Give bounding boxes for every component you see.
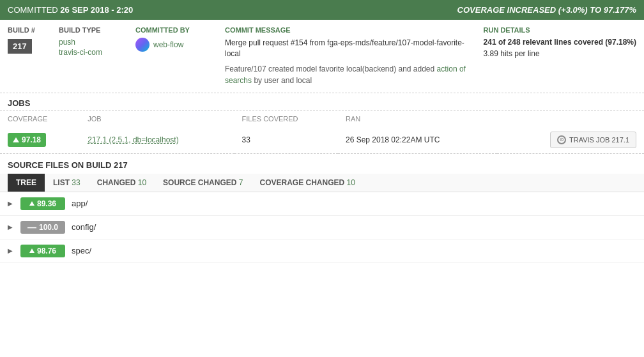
commit-message-col: COMMIT MESSAGE Merge pull request #154 f… bbox=[225, 26, 484, 86]
file-badge-app: 89.36 bbox=[20, 197, 65, 210]
job-coverage-cell: 97.18 bbox=[0, 126, 80, 154]
committer-name[interactable]: web-flow bbox=[153, 40, 183, 49]
expand-arrow-icon-config[interactable]: ▶ bbox=[8, 224, 14, 231]
committed-by-header: COMMITTED BY bbox=[135, 26, 225, 34]
coverage-badge: 97.18 bbox=[8, 133, 46, 147]
build-number: 217 bbox=[8, 39, 32, 54]
file-name-config[interactable]: config/ bbox=[72, 222, 96, 232]
committer-info: web-flow bbox=[135, 38, 225, 52]
circle-icon: ⊙ bbox=[557, 135, 566, 144]
travis-link[interactable]: travis-ci-com bbox=[59, 48, 135, 57]
tab-source-changed[interactable]: SOURCE CHANGED 7 bbox=[155, 174, 251, 192]
badge-arrow-up-icon bbox=[29, 201, 34, 206]
source-files-title: SOURCE FILES ON BUILD 217 bbox=[0, 154, 644, 174]
file-row-spec: ▶ 98.76 spec/ bbox=[0, 239, 644, 263]
jobs-table: COVERAGE JOB FILES COVERED RAN 97.18 217… bbox=[0, 111, 644, 154]
jobs-section-title: JOBS bbox=[0, 93, 644, 111]
col-coverage-header: COVERAGE bbox=[0, 111, 80, 126]
tab-coverage-changed-count: 10 bbox=[347, 178, 355, 187]
job-link[interactable]: 217.1 (2.5.1, db=localhost) bbox=[88, 135, 178, 144]
header-bar: COMMITTED 26 SEP 2018 - 2:20 COVERAGE IN… bbox=[0, 0, 644, 20]
file-badge-spec: 98.76 bbox=[20, 245, 65, 257]
commit-message-title: Merge pull request #154 from fga-eps-mds… bbox=[225, 38, 471, 59]
file-badge-config: — 100.0 bbox=[20, 221, 65, 234]
avatar bbox=[135, 38, 150, 52]
expand-arrow-icon[interactable]: ▶ bbox=[8, 200, 14, 207]
file-row-app: ▶ 89.36 app/ bbox=[0, 192, 644, 216]
run-stat-lines: 241 of 248 relevant lines covered (97.18… bbox=[484, 38, 636, 47]
committed-date: COMMITTED 26 SEP 2018 - 2:20 bbox=[8, 5, 133, 15]
tab-source-changed-count: 7 bbox=[239, 178, 243, 187]
run-stat-hits: 3.89 hits per line bbox=[484, 49, 636, 58]
tab-changed[interactable]: CHANGED 10 bbox=[89, 174, 155, 192]
tab-coverage-changed[interactable]: COVERAGE CHANGED 10 bbox=[251, 174, 363, 192]
build-type-col: BUILD TYPE push travis-ci-com bbox=[59, 26, 135, 86]
build-info-section: BUILD # 217 BUILD TYPE push travis-ci-co… bbox=[0, 20, 644, 93]
badge-arrow-up-icon-spec bbox=[29, 248, 34, 253]
travis-job-cell: ⊙ TRAVIS JOB 217.1 bbox=[497, 126, 645, 154]
push-link[interactable]: push bbox=[59, 38, 135, 47]
run-details-header: RUN DETAILS bbox=[484, 26, 636, 34]
file-name-spec[interactable]: spec/ bbox=[72, 246, 91, 255]
col-files-header: FILES COVERED bbox=[234, 111, 338, 126]
travis-job-button[interactable]: ⊙ TRAVIS JOB 217.1 bbox=[550, 132, 636, 148]
arrow-up-icon bbox=[13, 137, 19, 142]
col-ran-header: RAN bbox=[338, 111, 497, 126]
file-row-config: ▶ — 100.0 config/ bbox=[0, 216, 644, 239]
committed-by-col: COMMITTED BY web-flow bbox=[135, 26, 225, 86]
job-files-cell: 33 bbox=[234, 126, 338, 154]
col-job-header: JOB bbox=[80, 111, 234, 126]
table-row: 97.18 217.1 (2.5.1, db=localhost) 33 26 … bbox=[0, 126, 644, 154]
build-type-header: BUILD TYPE bbox=[59, 26, 135, 34]
commit-message-header: COMMIT MESSAGE bbox=[225, 26, 471, 34]
job-ran-cell: 26 Sep 2018 02:22AM UTC bbox=[338, 126, 497, 154]
build-col-header: BUILD # bbox=[8, 26, 59, 34]
tab-tree[interactable]: TREE bbox=[8, 174, 45, 192]
tab-changed-count: 10 bbox=[138, 178, 146, 187]
coverage-label: COVERAGE INCREASED (+3.0%) TO 97.177% bbox=[457, 5, 636, 15]
source-tabs: TREE LIST 33 CHANGED 10 SOURCE CHANGED 7… bbox=[0, 174, 644, 192]
file-name-app[interactable]: app/ bbox=[72, 199, 88, 208]
tab-list[interactable]: LIST 33 bbox=[45, 174, 89, 192]
expand-arrow-icon-spec[interactable]: ▶ bbox=[8, 247, 14, 254]
tab-list-count: 33 bbox=[72, 178, 80, 187]
run-details-col: RUN DETAILS 241 of 248 relevant lines co… bbox=[484, 26, 636, 86]
job-name-cell: 217.1 (2.5.1, db=localhost) bbox=[80, 126, 234, 154]
badge-minus-icon: — bbox=[27, 223, 36, 232]
build-number-col: BUILD # 217 bbox=[8, 26, 59, 86]
commit-message-body: Feature/107 created model favorite local… bbox=[225, 63, 471, 86]
